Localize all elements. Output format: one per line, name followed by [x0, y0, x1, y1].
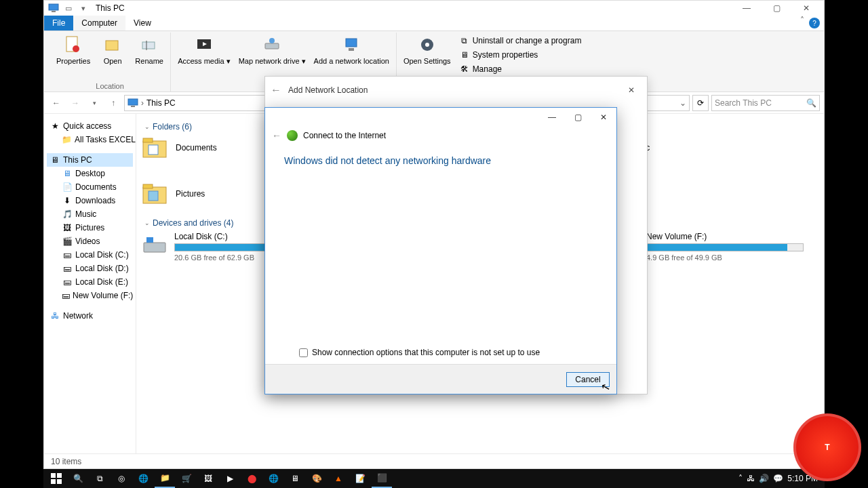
wizard-title: Add Network Location	[288, 85, 368, 95]
tray-chevron-icon[interactable]: ˄	[738, 474, 743, 483]
tab-computer[interactable]: Computer	[73, 16, 125, 30]
taskbar-app-7[interactable]: 🖥	[285, 469, 305, 488]
nav-forward-button[interactable]: →	[67, 95, 83, 111]
maximize-button[interactable]: ▢	[762, 1, 791, 16]
dialog-title: Connect to the Internet	[303, 131, 386, 140]
pictures-icon: 🖼	[62, 222, 73, 233]
address-dropdown-icon[interactable]: ⌄	[679, 98, 686, 108]
help-icon[interactable]: ?	[809, 18, 820, 28]
dialog-maximize-button[interactable]: ▢	[565, 108, 591, 127]
refresh-button[interactable]: ⟳	[692, 95, 709, 111]
thispc-icon: 🖥	[50, 155, 60, 165]
search-icon: 🔍	[806, 98, 816, 108]
tree-pictures[interactable]: 🖼Pictures	[47, 221, 133, 235]
rename-button[interactable]: Rename	[132, 33, 166, 66]
tree-local-disk-c[interactable]: 🖴Local Disk (C:)	[47, 248, 133, 262]
thispc-icon	[47, 2, 60, 14]
dialog-back-button[interactable]: ←	[272, 130, 281, 141]
tree-item-excel[interactable]: 📁All Tasks EXCEL📌	[47, 133, 133, 146]
search-button[interactable]: 🔍	[68, 469, 88, 488]
search-input[interactable]: Search This PC 🔍	[711, 95, 820, 111]
drive-icon	[142, 232, 167, 258]
ribbon-collapse-icon[interactable]: ˄	[795, 16, 809, 30]
svg-rect-19	[149, 145, 158, 155]
dialog-minimize-button[interactable]: —	[539, 108, 565, 127]
uninstall-program-button[interactable]: ⧉Uninstall or change a program	[456, 34, 585, 47]
taskbar-app-5[interactable]: ▶	[220, 469, 240, 488]
system-properties-button[interactable]: 🖥System properties	[456, 48, 585, 62]
access-media-button[interactable]: Access media ▾	[175, 33, 233, 66]
dialog-close-button[interactable]: ✕	[591, 108, 616, 127]
wizard-close-button[interactable]: ✕	[621, 85, 642, 95]
task-view-button[interactable]: ⧉	[90, 469, 110, 488]
manage-button[interactable]: 🛠Manage	[456, 62, 585, 76]
nav-up-button[interactable]: ↑	[105, 95, 121, 111]
svg-rect-31	[57, 479, 62, 484]
folder-documents[interactable]: Documents	[142, 136, 277, 160]
taskbar-app-10[interactable]: ⬛	[372, 469, 392, 488]
taskbar-app-3[interactable]: 🛒	[176, 469, 197, 488]
drive-name: New Volume (F:)	[646, 232, 804, 241]
tab-file[interactable]: File	[44, 16, 73, 30]
svg-point-3	[73, 45, 79, 52]
svg-point-10	[269, 38, 275, 43]
tree-documents[interactable]: 📄Documents	[47, 180, 133, 194]
add-network-location-button[interactable]: Add a network location	[311, 33, 392, 66]
ribbon-tabs: File Computer View ˄ ?	[44, 16, 824, 31]
close-button[interactable]: ✕	[791, 1, 821, 16]
tree-network[interactable]: 🖧Network	[47, 309, 133, 323]
wizard-back-button[interactable]: ←	[271, 84, 281, 96]
documents-icon: 📄	[62, 182, 73, 192]
svg-rect-18	[143, 138, 153, 142]
media-icon	[193, 34, 215, 56]
tree-quick-access[interactable]: ★Quick access	[47, 119, 133, 133]
taskbar-explorer[interactable]: 📁	[155, 469, 175, 488]
rename-icon	[138, 34, 160, 56]
svg-rect-30	[51, 479, 56, 484]
add-network-icon	[340, 34, 362, 56]
taskbar-chrome[interactable]: 🌐	[263, 469, 283, 488]
tray-action-center-icon[interactable]: 💬	[773, 474, 783, 483]
svg-rect-16	[131, 106, 135, 107]
tree-local-disk-e[interactable]: 🖴Local Disk (E:)	[47, 275, 133, 289]
taskbar-app-8[interactable]: 🎨	[307, 469, 327, 488]
open-button[interactable]: Open	[96, 33, 130, 66]
svg-rect-28	[51, 473, 56, 478]
taskbar: 🔍 ⧉ ◎ 🌐 📁 🛒 🖼 ▶ ⬤ 🌐 🖥 🎨 ▲ 📝 ⬛ ˄ 🖧 🔊 💬 5:…	[43, 469, 825, 488]
minimize-button[interactable]: —	[732, 1, 762, 16]
breadcrumb[interactable]: This PC	[146, 98, 176, 108]
qat-properties-icon[interactable]: ▭	[62, 2, 75, 14]
taskbar-vlc[interactable]: ▲	[328, 469, 349, 488]
tab-view[interactable]: View	[125, 16, 159, 30]
tree-music[interactable]: 🎵Music	[47, 207, 133, 221]
taskbar-app-9[interactable]: 📝	[350, 469, 370, 488]
open-settings-button[interactable]: Open Settings	[401, 33, 454, 76]
drive-usage-bar	[646, 243, 804, 251]
tree-this-pc[interactable]: 🖥This PC	[47, 153, 133, 167]
tray-volume-icon[interactable]: 🔊	[759, 474, 769, 483]
taskbar-app-2[interactable]: 🌐	[133, 469, 153, 488]
show-options-checkbox[interactable]	[299, 348, 308, 357]
properties-button[interactable]: Properties	[54, 33, 93, 66]
svg-rect-24	[149, 191, 158, 201]
nav-recent-button[interactable]: ▾	[86, 95, 102, 111]
start-button[interactable]	[46, 469, 66, 488]
map-network-drive-button[interactable]: Map network drive ▾	[236, 33, 309, 66]
properties-icon	[62, 34, 84, 56]
taskbar-app-6[interactable]: ⬤	[241, 469, 262, 488]
taskbar-app-4[interactable]: 🖼	[198, 469, 218, 488]
taskbar-app-1[interactable]: ◎	[111, 469, 132, 488]
qat-dropdown-icon[interactable]: ▾	[77, 2, 90, 14]
tree-videos[interactable]: 🎬Videos	[47, 235, 133, 248]
folder-pictures[interactable]: Pictures	[142, 182, 277, 206]
sysprops-icon: 🖥	[459, 49, 470, 60]
folder-icon	[142, 182, 169, 206]
tree-downloads[interactable]: ⬇Downloads	[47, 194, 133, 207]
nav-back-button[interactable]: ←	[48, 95, 64, 111]
tree-local-disk-d[interactable]: 🖴Local Disk (D:)	[47, 262, 133, 275]
tree-new-volume-f[interactable]: 🖴New Volume (F:)	[47, 289, 133, 302]
cancel-button[interactable]: Cancel	[566, 372, 610, 387]
tray-network-icon[interactable]: 🖧	[747, 474, 755, 483]
status-bar: 10 items	[44, 453, 824, 468]
tree-desktop[interactable]: 🖥Desktop	[47, 167, 133, 180]
